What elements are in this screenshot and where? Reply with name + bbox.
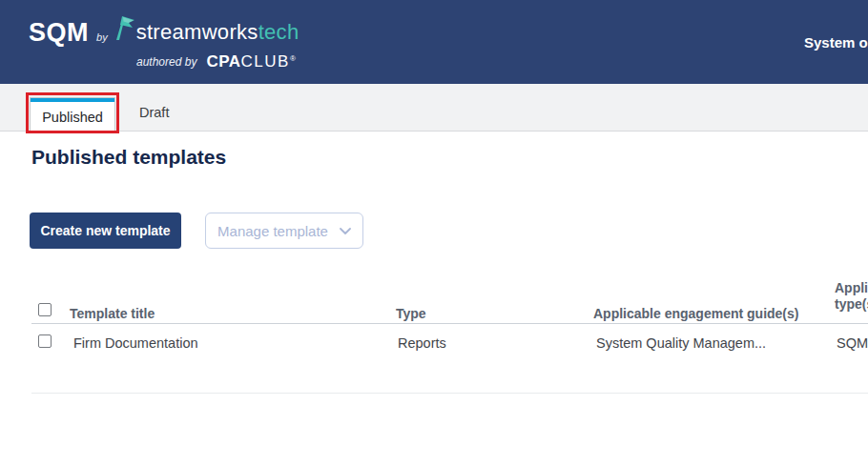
by-label: by [96,31,108,43]
cell-guides: System Quality Managem... [596,335,766,351]
chevron-down-icon [340,228,351,235]
column-header-type: Type [396,306,426,321]
flag-icon [114,14,134,45]
column-header-types: Applicable type(s) [835,280,868,313]
row-checkbox[interactable] [38,334,52,348]
authored-by-line: authored by CPA CLUB ® [136,51,296,72]
create-new-template-label: Create new template [40,223,170,238]
club-wordmark: CLUB [241,52,290,71]
brand-tech: tech [258,20,300,45]
tab-published-label: Published [31,102,114,132]
tab-bar [0,84,868,132]
app-header: SQM by streamworks tech authored by CPA … [0,0,868,84]
column-header-template-title: Template title [70,306,155,321]
nav-item-system[interactable]: System o [804,34,868,51]
manage-template-label: Manage template [217,223,328,239]
manage-template-dropdown[interactable]: Manage template [205,213,363,249]
cell-type: Reports [398,335,446,351]
product-name: SQM [29,18,89,48]
brand-logo[interactable]: SQM by streamworks tech [29,15,299,50]
row-divider [31,393,868,394]
tab-draft[interactable]: Draft [139,105,169,120]
page-title: Published templates [31,146,226,169]
select-all-checkbox[interactable] [38,303,52,316]
cpa-wordmark: CPA [206,52,240,71]
cell-types: SQM [837,335,868,351]
registered-mark: ® [290,54,296,63]
create-new-template-button[interactable]: Create new template [30,213,181,249]
column-header-guides: Applicable engagement guide(s) [593,306,798,321]
authored-by-label: authored by [136,55,196,69]
table-header-divider [31,323,868,324]
tab-published[interactable]: Published [30,97,115,132]
cell-template-title: Firm Documentation [73,335,198,351]
brand-stream: streamworks [136,20,258,45]
